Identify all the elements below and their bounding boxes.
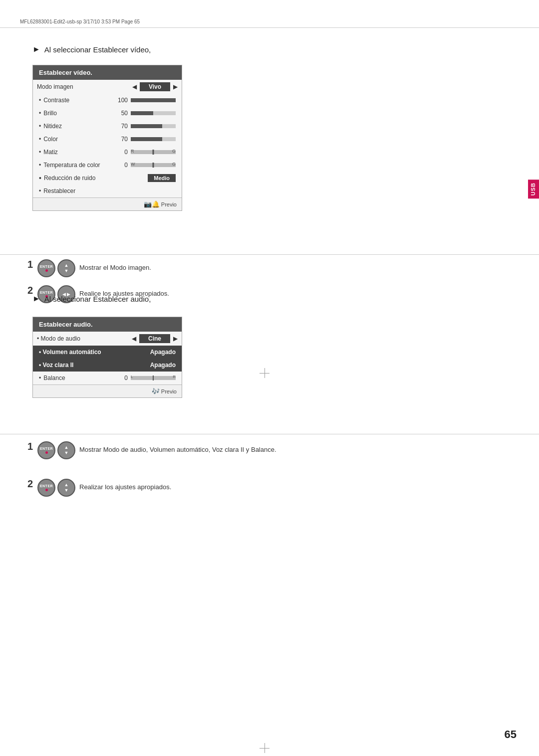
balance-indicator: [153, 376, 154, 380]
audio-previo-row: 🎶 Previo: [33, 384, 182, 397]
video-previo-label: Previo: [161, 201, 177, 207]
matiz-right-label: G: [172, 149, 176, 154]
enter-button-a1[interactable]: ENTER: [37, 441, 55, 459]
volumen-value: Apagado: [150, 349, 176, 356]
audio-step1-text: Mostrar Modo de audio, Volumen automátic…: [79, 445, 276, 454]
temperatura-right-label: G: [172, 162, 176, 167]
contraste-bullet: •: [39, 97, 41, 104]
nav-down-v1: ▼: [64, 269, 69, 273]
temperatura-left-label: W: [131, 162, 135, 167]
color-bar-fill: [131, 137, 162, 141]
cine-value: Cine: [139, 334, 170, 343]
reduccion-label: Reducción de ruido: [44, 175, 148, 182]
contraste-value: 100: [113, 97, 128, 104]
file-info: MFL62883001-Edit2-usb-sp 3/17/10 3:53 PM…: [20, 19, 140, 24]
audio-step-1: 1 ENTER ▲ ▼ Mostrar Modo de audio, Volum…: [27, 441, 276, 459]
audio-step2-buttons: ENTER ▲ ▼: [37, 479, 75, 497]
enter-label-v2: ENTER: [40, 291, 53, 294]
brillo-value: 50: [113, 110, 128, 117]
video-title-text: Al seleccionar Establecer vídeo,: [44, 45, 151, 54]
voz-row: • Voz clara II Apagado: [33, 359, 182, 372]
matiz-bullet: •: [39, 149, 41, 156]
video-step1-buttons: ENTER ▲ ▼: [37, 259, 75, 277]
video-step1-text: Mostrar el Modo imagen.: [79, 263, 151, 272]
volumen-row: • Volumen automático Apagado: [33, 346, 182, 359]
nitidez-bullet: •: [39, 123, 41, 130]
balance-right-label: R: [173, 375, 176, 379]
temperatura-value: 0: [113, 162, 128, 169]
audio-menu-header: Establecer audio.: [33, 317, 182, 332]
temperatura-row: • Temperatura de color 0 G W: [33, 159, 182, 172]
video-step1-number: 1: [27, 259, 35, 269]
balance-label: Balance: [43, 375, 113, 381]
contraste-label: Contraste: [43, 97, 113, 104]
matiz-value: 0: [113, 149, 128, 156]
audio-step1-buttons: ENTER ▲ ▼: [37, 441, 75, 459]
modo-right-arrow[interactable]: ▶: [173, 83, 178, 90]
nitidez-value: 70: [113, 123, 128, 130]
nav-up-v1: ▲: [64, 263, 69, 268]
balance-value: 0: [113, 375, 128, 381]
audio-step-2: 2 ENTER ▲ ▼ Realizar los ajustes apropia…: [27, 479, 171, 497]
modo-audio-label: • Modo de audio: [37, 335, 132, 342]
modo-imagen-value: Vivo: [140, 82, 170, 91]
reduccion-value: Medio: [148, 174, 176, 182]
balance-left-label: L: [131, 375, 133, 379]
balance-bar: R L: [131, 376, 176, 380]
restablecer-row: • Restablecer: [33, 185, 182, 197]
balance-bullet: •: [39, 375, 41, 381]
cine-right-arrow[interactable]: ▶: [173, 335, 178, 342]
volumen-label: • Volumen automático: [39, 349, 150, 356]
enter-dot-v1: [45, 269, 48, 272]
nitidez-bar: [131, 124, 176, 128]
cine-left-arrow[interactable]: ◀: [132, 335, 136, 342]
modo-left-arrow[interactable]: ◀: [132, 83, 137, 90]
audio-step2-text: Realizar los ajustes apropiados.: [79, 483, 171, 492]
reduccion-bullet: •: [39, 174, 41, 182]
crosshair-bottom: [260, 743, 270, 753]
audio-previo-icon: 🎶: [152, 387, 160, 395]
enter-label-a2: ENTER: [40, 484, 53, 488]
top-divider: [0, 27, 539, 28]
balance-row: • Balance 0 R L: [33, 372, 182, 384]
nitidez-bar-fill: [131, 124, 162, 128]
temperatura-bullet: •: [39, 162, 41, 169]
header: MFL62883001-Edit2-usb-sp 3/17/10 3:53 PM…: [20, 19, 519, 24]
section-arrow-icon: ►: [32, 45, 40, 54]
contraste-row: • Contraste 100: [33, 94, 182, 107]
audio-step1-number: 1: [27, 441, 35, 451]
enter-dot-a1: [45, 451, 48, 454]
nav-button-a2[interactable]: ▲ ▼: [57, 479, 75, 497]
page-number: 65: [505, 728, 517, 741]
enter-button-v1[interactable]: ENTER: [37, 259, 55, 277]
brillo-label: Brillo: [43, 110, 113, 117]
usb-tab: USB: [528, 180, 539, 198]
enter-button-a2[interactable]: ENTER: [37, 479, 55, 497]
nav-button-v1[interactable]: ▲ ▼: [57, 259, 75, 277]
restablecer-bullet: •: [39, 188, 41, 194]
color-label: Color: [43, 136, 113, 143]
brillo-bar: [131, 111, 176, 115]
video-menu-box: Establecer vídeo. Modo imagen ◀ Vivo ▶ •…: [32, 65, 182, 211]
brillo-bullet: •: [39, 110, 41, 117]
nitidez-row: • Nitidez 70: [33, 120, 182, 133]
contraste-bar: [131, 98, 176, 102]
color-row: • Color 70: [33, 133, 182, 146]
video-step2-number: 2: [27, 285, 35, 295]
voz-value: Apagado: [150, 362, 176, 369]
restablecer-label: Restablecer: [43, 188, 176, 194]
color-value: 70: [113, 136, 128, 143]
matiz-left-label: R: [131, 149, 134, 154]
nav-button-a1[interactable]: ▲ ▼: [57, 441, 75, 459]
color-bullet: •: [39, 136, 41, 143]
nitidez-label: Nitidez: [43, 123, 113, 130]
mid-divider: [0, 254, 539, 255]
nav-down-a2: ▼: [64, 488, 69, 493]
audio-section-arrow-icon: ►: [32, 294, 40, 303]
modo-audio-row: • Modo de audio ◀ Cine ▶: [33, 332, 182, 346]
bot-divider: [0, 434, 539, 434]
audio-step2-number: 2: [27, 479, 35, 489]
nav-up-a1: ▲: [64, 445, 69, 450]
audio-previo-label: Previo: [161, 388, 177, 394]
voz-label: • Voz clara II: [39, 362, 150, 369]
